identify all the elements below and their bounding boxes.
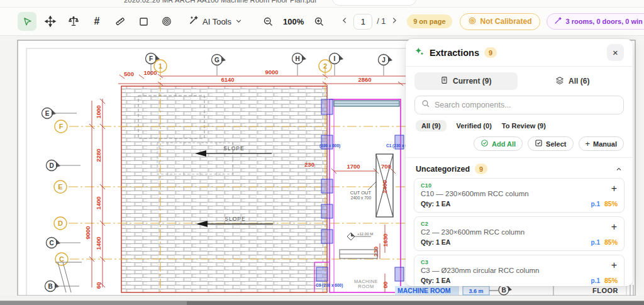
- manual-button[interactable]: + Manual: [579, 136, 625, 151]
- ruler-measure-button[interactable]: [111, 12, 130, 31]
- bottom-scrollbar[interactable]: [0, 301, 644, 305]
- svg-text:ROOM: ROOM: [358, 284, 374, 289]
- slope-label-2: SLOPE: [225, 216, 245, 222]
- pan-move-button[interactable]: [41, 12, 60, 31]
- document-icon: [440, 76, 448, 86]
- dim-2400: 2400: [381, 180, 388, 193]
- page-number-input[interactable]: [353, 14, 372, 30]
- not-calibrated-badge[interactable]: Not Calibrated: [460, 13, 540, 30]
- search-input[interactable]: [435, 101, 617, 109]
- ai-tools-label: AI Tools: [203, 17, 231, 26]
- filter-verified[interactable]: Verified (0): [457, 122, 492, 130]
- main-toolbar: # AI Tools 100% / 1: [0, 8, 644, 36]
- zoom-controls: 100%: [258, 12, 328, 31]
- prev-page-button[interactable]: [341, 16, 349, 27]
- component-desc: C10 — 230×600mm RCC column: [421, 190, 618, 197]
- add-all-button[interactable]: Add All: [474, 136, 523, 151]
- component-page[interactable]: p.1: [591, 239, 600, 246]
- section-header-uncategorized[interactable]: Uncategorized 9: [406, 158, 633, 178]
- target-tool-button[interactable]: [157, 12, 176, 31]
- action-row: Add All Select + Manual: [406, 131, 633, 158]
- tab-all-label: All (6): [569, 77, 589, 86]
- svg-text:J: J: [382, 57, 386, 64]
- dim-1400-b: 1400: [95, 236, 102, 250]
- add-all-label: Add All: [492, 140, 516, 148]
- scale-calibrate-button[interactable]: [64, 12, 83, 31]
- component-page[interactable]: p.1: [591, 277, 600, 284]
- filter-to-review[interactable]: To Review (9): [502, 122, 546, 130]
- rectangle-icon: [138, 16, 149, 27]
- search-icon: [421, 99, 430, 111]
- cutout-text-2: 2400 x 700: [351, 196, 372, 200]
- section-title: Uncategorized: [416, 165, 470, 174]
- check-circle-icon: [480, 139, 489, 148]
- panel-tabs: Current (9) All (6): [406, 67, 633, 92]
- tab-current-label: Current (9): [453, 77, 491, 86]
- component-card[interactable]: C3 C3 — Ø230mm circular RCC column Qty: …: [414, 255, 625, 286]
- checkbox-icon: [535, 139, 543, 148]
- search-box[interactable]: [414, 96, 624, 114]
- tab-all[interactable]: All (6): [521, 72, 625, 90]
- slope-label-1: SLOPE: [223, 145, 244, 152]
- dim-9000-left: 9000: [84, 226, 91, 239]
- panel-close-button[interactable]: ×: [607, 44, 624, 61]
- extractions-panel: Extractions 9 × Current (9) All (6) All …: [406, 39, 633, 286]
- component-desc: C3 — Ø230mm circular RCC column: [421, 267, 618, 274]
- component-card[interactable]: C2 C2 — 230×600mm RCC column Qty: 1 EA p…: [414, 216, 625, 251]
- select-cursor-button[interactable]: [18, 12, 36, 31]
- magic-wand-icon: [188, 15, 199, 28]
- dim-1400-a: 1400: [95, 196, 102, 209]
- svg-text:E: E: [45, 110, 50, 117]
- filter-all[interactable]: All (9): [416, 120, 447, 131]
- svg-text:I: I: [334, 55, 336, 62]
- dim-500: 500: [124, 70, 134, 77]
- dim-6140: 6140: [221, 76, 234, 83]
- component-qty: Qty: 1 EA: [421, 200, 450, 208]
- component-code: C10: [421, 182, 618, 189]
- rooms-detection-badge[interactable]: 3 rooms, 0 doors, 0 win ×: [547, 13, 644, 30]
- on-page-count-badge: 9 on page: [407, 14, 452, 28]
- component-card[interactable]: C10 C10 — 230×600mm RCC column Qty: 1 EA…: [414, 178, 625, 213]
- room-area-label: 3.6 m: [469, 288, 483, 294]
- grid-bubble-b-bottom: B: [501, 287, 506, 294]
- sparkle-icon: [553, 16, 562, 26]
- add-component-button[interactable]: +: [611, 222, 617, 232]
- svg-text:B: B: [48, 283, 52, 290]
- zoom-out-button[interactable]: [258, 12, 277, 31]
- col-label-1: (230 x 600): [319, 143, 340, 148]
- manual-label: Manual: [593, 140, 617, 148]
- grid-count-button[interactable]: #: [87, 12, 106, 31]
- dim-1000-left: 1000: [95, 105, 102, 118]
- svg-text:D: D: [49, 162, 53, 169]
- add-component-button[interactable]: +: [611, 184, 617, 194]
- dim-00: 00: [382, 282, 389, 289]
- rectangle-tool-button[interactable]: [134, 12, 153, 31]
- svg-text:C: C: [49, 240, 53, 247]
- zoom-level: 100%: [281, 17, 306, 26]
- svg-text:G: G: [214, 57, 219, 64]
- zoom-in-button[interactable]: [309, 12, 328, 31]
- dim-1000-top: 1000: [143, 69, 157, 76]
- svg-text:E: E: [58, 183, 62, 191]
- dim-1630: 1630: [382, 233, 389, 247]
- section-count-badge: 9: [475, 164, 487, 174]
- svg-text:1: 1: [158, 62, 162, 70]
- component-page[interactable]: p.1: [591, 201, 600, 208]
- cursor-icon: [22, 16, 33, 27]
- not-calibrated-label: Not Calibrated: [480, 17, 532, 26]
- select-button[interactable]: Select: [528, 136, 573, 151]
- ai-tools-button[interactable]: AI Tools: [188, 15, 242, 28]
- hash-icon: #: [94, 16, 100, 27]
- rooms-badge-label: 3 rooms, 0 doors, 0 win: [566, 18, 643, 25]
- next-page-button[interactable]: [390, 16, 398, 27]
- page-total: / 1: [377, 17, 386, 26]
- slab-hatch: [121, 86, 327, 292]
- dim-2860: 2860: [358, 76, 371, 83]
- zoom-in-icon: [314, 16, 325, 27]
- svg-text:C: C: [59, 255, 64, 263]
- add-component-button[interactable]: +: [611, 260, 617, 270]
- chevron-up-icon[interactable]: [615, 165, 623, 173]
- tab-current[interactable]: Current (9): [414, 72, 518, 90]
- titlebar-search-pill[interactable]: [332, 0, 416, 6]
- col-label-3: C9 (230 x 600): [316, 283, 343, 288]
